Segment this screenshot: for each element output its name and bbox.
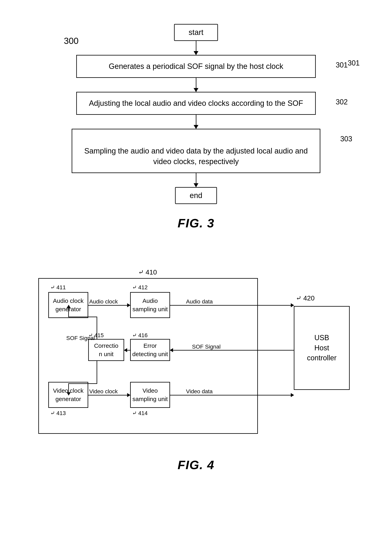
ref-420: ⤶ 420	[296, 294, 315, 302]
arrow-303-end	[196, 173, 196, 187]
ref-302-num: 302	[336, 98, 348, 106]
line-correction-left-bottom	[68, 383, 97, 384]
arrow-sof-in	[170, 350, 294, 351]
video-clock-label: Video clock	[89, 388, 118, 395]
fig4-section: ⤶ 410 ⤶ 420 USB Host controller Audio cl…	[0, 246, 392, 488]
ref-411: ⤶ 411	[50, 284, 66, 291]
diagram4: ⤶ 410 ⤶ 420 USB Host controller Audio cl…	[26, 266, 366, 446]
audio-sampling-box: Audio sampling unit	[130, 292, 170, 318]
sof-signal-out-label: SOF Signal	[192, 344, 220, 350]
step-303-text: Sampling the audio and video data by the…	[84, 147, 308, 166]
fig3-section: 300 start Generates a periodical SOF sig…	[0, 0, 392, 246]
ref-413: ⤶ 413	[50, 410, 66, 417]
line-correction-left-top	[68, 317, 97, 317]
arrow-start-301	[196, 41, 196, 55]
video-sampling-box: Video sampling unit	[130, 382, 170, 408]
start-box: start	[174, 24, 218, 41]
ref-301: 301	[348, 59, 360, 67]
line-correction-up	[97, 317, 97, 340]
correction-label: Correctio n unit	[94, 341, 118, 358]
error-detecting-label: Error detecting unit	[132, 341, 168, 358]
flowchart: 300 start Generates a periodical SOF sig…	[0, 12, 392, 204]
step-303-box: Sampling the audio and video data by the…	[72, 129, 320, 173]
video-data-label: Video data	[186, 388, 213, 395]
label-300: 300	[64, 36, 78, 46]
step-301-box: Generates a periodical SOF signal by the…	[76, 55, 316, 78]
audio-data-label: Audio data	[186, 298, 213, 305]
video-sampling-label: Video sampling unit	[133, 386, 168, 403]
step-301-text: Generates a periodical SOF signal by the…	[109, 62, 283, 70]
step-302-text: Adjusting the local audio and video cloc…	[89, 99, 303, 107]
error-detecting-box: Error detecting unit	[130, 339, 170, 361]
ref-412: ⤶ 412	[132, 284, 148, 291]
audio-clock-label: Audio clock	[89, 298, 118, 305]
arrow-into-video-gen	[68, 383, 69, 395]
ref-303-num: 303	[340, 135, 352, 143]
arrow-correction-error	[124, 350, 130, 351]
arrow-audio-clock	[88, 305, 130, 306]
ref-414: ⤶ 414	[132, 410, 148, 417]
correction-box: Correctio n unit	[88, 339, 124, 361]
ref-301-num: 301	[336, 61, 348, 69]
usb-host-label: USB Host controller	[307, 333, 337, 363]
end-box: end	[175, 187, 217, 204]
fig3-label: FIG. 3	[0, 216, 392, 230]
sof-signal-in-label: SOF Signal	[66, 335, 95, 341]
arrow-video-clock	[88, 395, 130, 396]
arrow-302-303	[196, 115, 196, 129]
ref-410: ⤶ 410	[138, 268, 157, 276]
usb-host-box: USB Host controller	[294, 306, 350, 390]
arrow-into-audio-gen	[68, 305, 69, 317]
audio-sampling-label: Audio sampling unit	[133, 297, 168, 314]
ref-416: ⤶ 416	[132, 332, 148, 339]
arrow-301-302	[196, 78, 196, 92]
line-correction-down	[97, 361, 97, 384]
arrow-video-data	[170, 395, 294, 396]
arrow-audio-data	[170, 305, 294, 306]
step-302-box: Adjusting the local audio and video cloc…	[76, 92, 316, 115]
fig4-label: FIG. 4	[0, 458, 392, 472]
